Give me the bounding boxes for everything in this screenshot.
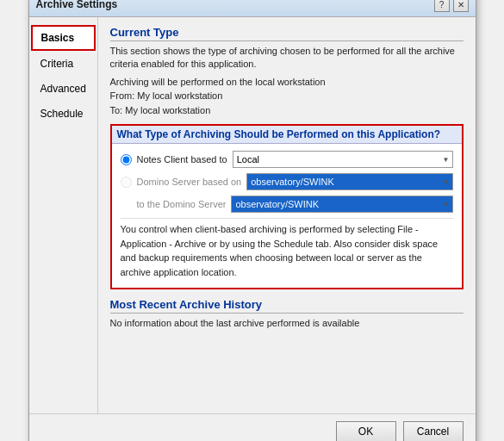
- close-button[interactable]: ✕: [453, 0, 469, 12]
- domino-server-dropdown2[interactable]: observatory/SWINK: [231, 196, 452, 213]
- sidebar-item-advanced[interactable]: Advanced: [31, 77, 96, 101]
- window-title: Archive Settings: [36, 0, 118, 10]
- help-button[interactable]: ?: [434, 0, 450, 12]
- domino-server-label: Domino Server based on: [137, 177, 242, 187]
- recent-archive-header: Most Recent Archive History: [110, 298, 464, 314]
- sidebar-item-basics[interactable]: Basics: [31, 25, 96, 51]
- recent-archive-text: No information about the last archive pe…: [110, 317, 464, 330]
- archive-type-info: You control when client-based archiving …: [121, 218, 453, 279]
- domino-server-row: Domino Server based on observatory/SWINK: [121, 173, 453, 190]
- archive-info-line1: Archiving will be performed on the local…: [110, 75, 464, 90]
- domino-server-dropdown1[interactable]: observatory/SWINK: [246, 173, 452, 190]
- bottom-bar: OK Cancel: [29, 413, 476, 441]
- notes-client-label: Notes Client based to: [137, 154, 227, 165]
- main-content: Current Type This section shows the type…: [98, 17, 476, 413]
- local-dropdown-wrapper: Local: [233, 151, 453, 168]
- window-body: Basics Criteria Advanced Schedule Curren…: [29, 17, 476, 413]
- sidebar-item-schedule[interactable]: Schedule: [31, 102, 96, 126]
- sidebar: Basics Criteria Advanced Schedule: [29, 17, 98, 413]
- local-dropdown[interactable]: Local: [233, 151, 453, 168]
- title-bar-controls: ? ✕: [434, 0, 469, 12]
- archive-type-box: What Type of Archiving Should be Perform…: [110, 124, 464, 289]
- domino-server-radio[interactable]: [121, 177, 132, 188]
- archive-info: Archiving will be performed on the local…: [110, 75, 464, 118]
- archive-type-title: What Type of Archiving Should be Perform…: [112, 126, 462, 144]
- current-type-header: Current Type: [110, 26, 464, 41]
- recent-archive-section: Most Recent Archive History No informati…: [110, 298, 464, 330]
- current-type-description: This section shows the type of archiving…: [110, 45, 464, 71]
- archive-info-line3: To: My local workstation: [110, 103, 464, 118]
- cancel-button[interactable]: Cancel: [403, 421, 464, 441]
- domino-dropdown1-wrapper: observatory/SWINK: [246, 173, 452, 190]
- archive-info-line2: From: My local workstation: [110, 89, 464, 103]
- sidebar-item-criteria[interactable]: Criteria: [31, 52, 96, 76]
- domino-dropdown2-wrapper: observatory/SWINK: [231, 196, 452, 213]
- notes-client-radio[interactable]: [121, 154, 132, 165]
- archive-settings-window: Archive Settings ? ✕ Basics Criteria Adv…: [28, 0, 476, 441]
- domino-server2-row: to the Domino Server observatory/SWINK: [121, 196, 453, 213]
- notes-client-row: Notes Client based to Local: [121, 151, 453, 168]
- title-bar: Archive Settings ? ✕: [29, 0, 476, 17]
- domino-server2-label: to the Domino Server: [137, 199, 227, 209]
- ok-button[interactable]: OK: [336, 421, 396, 441]
